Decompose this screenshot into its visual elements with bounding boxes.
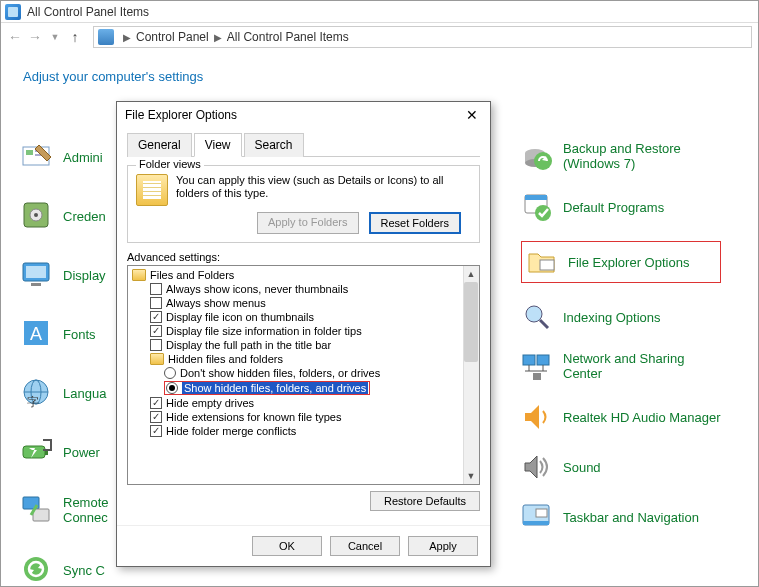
folder-views-group: Folder views You can apply this view (su… xyxy=(127,165,480,243)
svg-point-24 xyxy=(534,152,552,170)
breadcrumb-icon xyxy=(98,29,114,45)
font-icon: A xyxy=(21,318,53,350)
sync-icon xyxy=(21,554,53,586)
cp-item-file-explorer-options[interactable]: File Explorer Options xyxy=(521,241,721,283)
svg-rect-8 xyxy=(26,266,46,278)
scroll-up-button[interactable]: ▲ xyxy=(463,266,479,282)
folder-icon xyxy=(132,269,146,281)
svg-text:A: A xyxy=(30,324,42,344)
window-title: All Control Panel Items xyxy=(27,5,149,19)
cp-item-indexing-options[interactable]: Indexing Options xyxy=(521,301,721,333)
tree-root: Files and Folders xyxy=(132,268,463,282)
tab-general[interactable]: General xyxy=(127,133,192,157)
svg-rect-31 xyxy=(523,355,535,365)
apply-button[interactable]: Apply xyxy=(408,536,478,556)
advanced-settings-label: Advanced settings: xyxy=(127,251,480,263)
back-button[interactable]: ← xyxy=(7,29,23,45)
default-programs-icon xyxy=(521,191,553,223)
checkbox-full-path-title[interactable]: Display the full path in the title bar xyxy=(132,338,463,352)
control-panel-icon xyxy=(5,4,21,20)
cp-item-admin[interactable]: Admini xyxy=(21,141,121,173)
checkbox-hide-merge-conflicts[interactable]: ✓Hide folder merge conflicts xyxy=(132,424,463,438)
network-icon xyxy=(521,351,553,383)
cp-item-realtek-audio[interactable]: Realtek HD Audio Manager xyxy=(521,401,721,433)
cancel-button[interactable]: Cancel xyxy=(330,536,400,556)
checkbox-always-menus[interactable]: Always show menus xyxy=(132,296,463,310)
dialog-titlebar[interactable]: File Explorer Options ✕ xyxy=(117,102,490,128)
reset-folders-button[interactable]: Reset Folders xyxy=(369,212,461,234)
safe-icon xyxy=(21,200,53,232)
svg-line-30 xyxy=(540,320,548,328)
battery-icon xyxy=(21,436,53,468)
speaker-icon xyxy=(521,451,553,483)
remote-icon xyxy=(21,495,53,527)
cp-item-fonts[interactable]: AFonts xyxy=(21,318,121,350)
svg-point-6 xyxy=(34,213,38,217)
cp-item-remote[interactable]: Remote Connec xyxy=(21,495,121,527)
svg-text:字: 字 xyxy=(27,395,39,409)
tree-hidden-group: Hidden files and folders xyxy=(132,352,463,366)
checkbox-file-size-tips[interactable]: ✓Display file size information in folder… xyxy=(132,324,463,338)
ok-button[interactable]: OK xyxy=(252,536,322,556)
svg-rect-28 xyxy=(540,260,554,270)
navigation-bar: ← → ▼ ↑ ▶ Control Panel ▶ All Control Pa… xyxy=(1,23,758,51)
realtek-icon xyxy=(521,401,553,433)
cp-item-default-programs[interactable]: Default Programs xyxy=(521,191,721,223)
svg-point-20 xyxy=(24,557,48,581)
scrollbar[interactable]: ▲ ▼ xyxy=(463,266,479,484)
taskbar-icon xyxy=(521,501,553,533)
svg-rect-38 xyxy=(523,521,549,525)
forward-button[interactable]: → xyxy=(27,29,43,45)
tab-view[interactable]: View xyxy=(194,133,242,157)
folder-icon xyxy=(150,353,164,365)
group-label: Folder views xyxy=(136,158,204,170)
folder-options-icon xyxy=(526,246,558,278)
svg-rect-39 xyxy=(536,509,547,517)
cp-left-column: Admini Creden Display AFonts 字Langua Pow… xyxy=(1,111,121,586)
cp-item-credential[interactable]: Creden xyxy=(21,200,121,232)
backup-icon xyxy=(521,141,553,173)
radio-show-hidden[interactable]: Show hidden files, folders, and drives xyxy=(132,380,463,396)
dialog-title: File Explorer Options xyxy=(125,108,237,122)
breadcrumb[interactable]: ▶ Control Panel ▶ All Control Panel Item… xyxy=(93,26,752,48)
cp-item-power[interactable]: Power xyxy=(21,436,121,468)
page-title: Adjust your computer's settings xyxy=(1,51,758,96)
globe-icon: 字 xyxy=(21,377,53,409)
recent-dropdown[interactable]: ▼ xyxy=(47,29,63,45)
checkbox-file-icon-thumbnails[interactable]: ✓Display file icon on thumbnails xyxy=(132,310,463,324)
chevron-right-icon: ▶ xyxy=(123,32,131,43)
chevron-right-icon: ▶ xyxy=(214,32,222,43)
checkbox-always-icons[interactable]: Always show icons, never thumbnails xyxy=(132,282,463,296)
cp-item-display[interactable]: Display xyxy=(21,259,121,291)
cp-item-sound[interactable]: Sound xyxy=(521,451,721,483)
cp-item-language[interactable]: 字Langua xyxy=(21,377,121,409)
tab-search[interactable]: Search xyxy=(244,133,304,157)
admin-tools-icon xyxy=(21,141,53,173)
svg-rect-1 xyxy=(26,150,33,155)
svg-rect-19 xyxy=(33,509,49,521)
cp-item-backup-restore[interactable]: Backup and Restore (Windows 7) xyxy=(521,141,721,173)
apply-to-folders-button[interactable]: Apply to Folders xyxy=(257,212,358,234)
search-icon xyxy=(521,301,553,333)
checkbox-hide-empty-drives[interactable]: ✓Hide empty drives xyxy=(132,396,463,410)
radio-dont-show-hidden[interactable]: Don't show hidden files, folders, or dri… xyxy=(132,366,463,380)
cp-item-taskbar-navigation[interactable]: Taskbar and Navigation xyxy=(521,501,721,533)
scroll-thumb[interactable] xyxy=(464,282,478,362)
breadcrumb-level2[interactable]: All Control Panel Items xyxy=(227,30,349,44)
checkbox-hide-extensions[interactable]: ✓Hide extensions for known file types xyxy=(132,410,463,424)
up-button[interactable]: ↑ xyxy=(67,29,83,45)
cp-right-column: Backup and Restore (Windows 7) Default P… xyxy=(501,111,721,586)
close-button[interactable]: ✕ xyxy=(462,107,482,123)
scroll-down-button[interactable]: ▼ xyxy=(463,468,479,484)
file-explorer-options-dialog: File Explorer Options ✕ General View Sea… xyxy=(116,101,491,567)
dialog-tabs: General View Search xyxy=(127,132,480,157)
restore-defaults-button[interactable]: Restore Defaults xyxy=(370,491,480,511)
breadcrumb-level1[interactable]: Control Panel xyxy=(136,30,209,44)
folder-views-text: You can apply this view (such as Details… xyxy=(176,174,471,206)
window-titlebar: All Control Panel Items xyxy=(1,1,758,23)
svg-rect-26 xyxy=(525,195,547,200)
svg-point-29 xyxy=(526,306,542,322)
folder-view-icon xyxy=(136,174,168,206)
cp-item-network-sharing[interactable]: Network and Sharing Center xyxy=(521,351,721,383)
cp-item-sync[interactable]: Sync C xyxy=(21,554,121,586)
